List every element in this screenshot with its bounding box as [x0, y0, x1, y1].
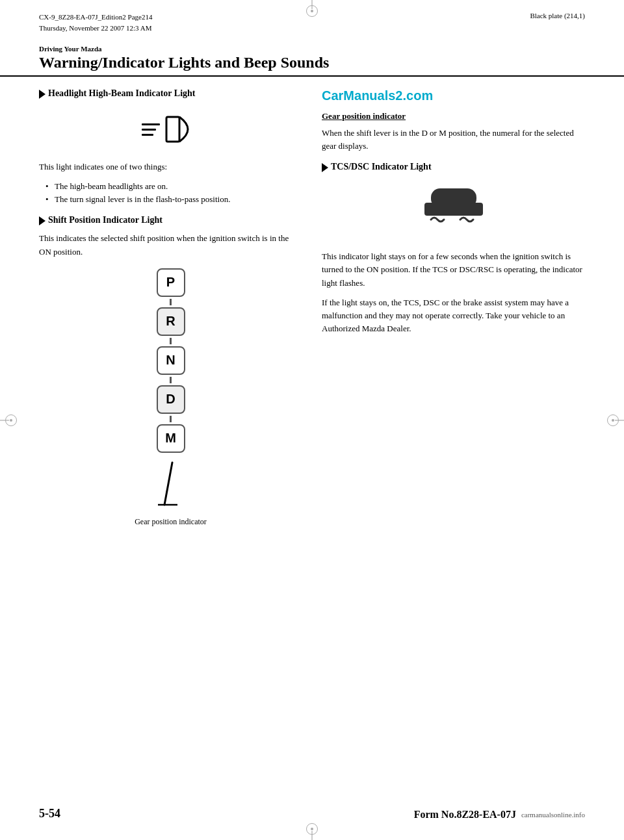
content-area: Headlight High-Beam Indicator Light [0, 88, 624, 527]
gear-position-heading: Gear position indicator [322, 111, 585, 121]
connector-RN [170, 338, 172, 344]
gear-D: D [157, 385, 185, 414]
section-title: Warning/Indicator Lights and Beep Sounds [0, 53, 624, 77]
tcs-body-2: If the light stays on, the TCS, DSC or t… [322, 296, 585, 335]
form-number: Form No.8Z28-EA-07J [414, 809, 516, 821]
headlight-heading: Headlight High-Beam Indicator Light [39, 88, 302, 99]
gear-indicator-area: Gear position indicator [39, 456, 302, 527]
gear-indicator-caption: Gear position indicator [135, 517, 207, 527]
gear-indicator-svg [145, 456, 197, 515]
right-column: CarManuals2.com Gear position indicator … [322, 88, 585, 527]
bullet-icon [39, 90, 46, 99]
gear-N: N [157, 346, 185, 375]
gear-R: R [157, 307, 185, 336]
connector-ND [170, 377, 172, 383]
headlight-body-text: This light indicates one of two things: [39, 160, 302, 173]
gear-M: M [157, 424, 185, 453]
shift-diagram: P R N D M [39, 268, 302, 453]
page-number: 5-54 [39, 807, 60, 821]
header-right: Black plate (214,1) [530, 12, 585, 19]
svg-line-1 [164, 463, 172, 505]
header-left: CX-9_8Z28-EA-07J_Edition2 Page214 Thursd… [39, 12, 152, 33]
svg-rect-4 [424, 203, 483, 216]
tcs-body-1: This indicator light stays on for a few … [322, 250, 585, 289]
tcs-heading: TCS/DSC Indicator Light [322, 162, 585, 172]
headlight-icon [142, 112, 200, 147]
bullet-item-1: The high-beam headlights are on. [46, 180, 302, 193]
svg-rect-0 [166, 117, 179, 142]
shift-heading: Shift Position Indicator Light [39, 215, 302, 225]
beam-line-3 [142, 134, 153, 136]
reg-circle-left [5, 414, 17, 426]
headlight-icon-container [39, 112, 302, 147]
footer-logo: carmanualsonline.info [521, 811, 585, 819]
footer-right: Form No.8Z28-EA-07J carmanualsonline.inf… [414, 809, 585, 821]
carmanuals-watermark: CarManuals2.com [322, 88, 585, 103]
reg-circle-bottom [306, 823, 318, 835]
section-label: Driving Your Mazda [0, 45, 624, 53]
left-column: Headlight High-Beam Indicator Light [39, 88, 302, 527]
reg-circle-right [607, 414, 619, 426]
gear-position-body: When the shift lever is in the D or M po… [322, 127, 585, 153]
tcs-icon-svg [418, 182, 489, 240]
gear-P: P [157, 268, 185, 297]
page: CX-9_8Z28-EA-07J_Edition2 Page214 Thursd… [0, 0, 624, 840]
tcs-bullet-icon [322, 163, 328, 172]
header-line1: CX-9_8Z28-EA-07J_Edition2 Page214 [39, 12, 152, 23]
shift-body-text: This indicates the selected shift positi… [39, 232, 302, 258]
tcs-icon-container [322, 182, 585, 240]
shift-bullet-icon [39, 216, 46, 225]
connector-PR [170, 299, 172, 305]
header-line2: Thursday, November 22 2007 12:3 AM [39, 23, 152, 34]
page-footer: 5-54 Form No.8Z28-EA-07J carmanualsonlin… [39, 807, 585, 821]
beam-lines [142, 123, 160, 136]
reg-circle-top [306, 5, 318, 17]
beam-line-1 [142, 123, 160, 125]
connector-DM [170, 416, 172, 422]
beam-line-2 [142, 129, 156, 131]
bullet-item-2: The turn signal lever is in the flash-to… [46, 193, 302, 206]
headlight-bulb-svg [164, 112, 200, 147]
headlight-bullet-list: The high-beam headlights are on. The tur… [46, 180, 302, 206]
